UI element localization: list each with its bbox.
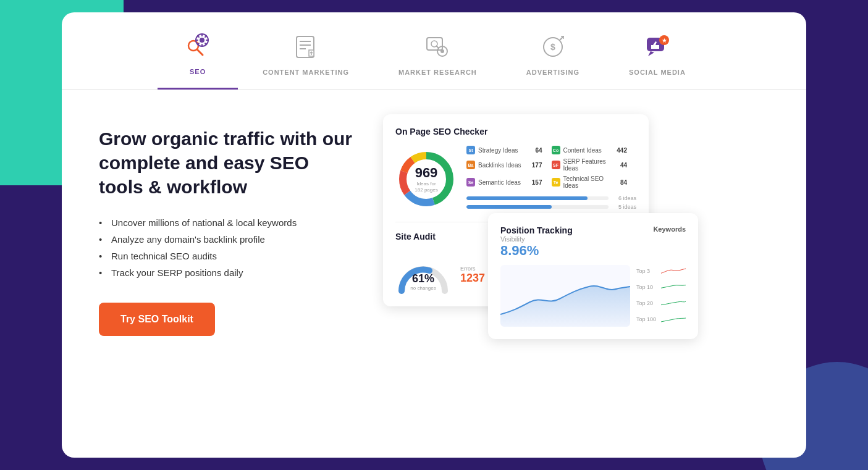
semantic-count: 157 <box>532 179 552 186</box>
pt-header: Position Tracking Visibility 8.96% Keywo… <box>500 225 686 259</box>
mini-label-top20: Top 20 <box>636 300 658 306</box>
mini-visual-top10 <box>661 281 686 293</box>
mini-visual-top20 <box>661 297 686 309</box>
errors-stat: Errors 1237 <box>460 266 485 285</box>
serp-count: 44 <box>620 162 636 169</box>
errors-label: Errors <box>460 266 485 272</box>
strategy-badge: St <box>466 146 475 154</box>
gauge-chart: 61% no changes <box>395 251 451 294</box>
semantic-badge: Se <box>466 178 475 187</box>
cta-button[interactable]: Try SEO Toolkit <box>99 303 215 336</box>
tab-bar: SEO CONTENT MARKETING <box>62 12 806 90</box>
gauge-sub: no changes <box>410 285 436 291</box>
tab-advertising[interactable]: $ ADVERTISING <box>502 31 604 88</box>
seo-icon <box>182 31 213 62</box>
prog-row-2: 5 ideas <box>466 204 636 210</box>
svg-rect-17 <box>651 45 653 49</box>
svg-text:$: $ <box>550 42 555 52</box>
progress-bars: 6 ideas 5 ideas <box>466 195 636 210</box>
mini-visual-top100 <box>661 313 686 325</box>
content-label: Content Ideas <box>563 147 602 154</box>
content-marketing-icon <box>290 31 321 62</box>
tab-advertising-label: ADVERTISING <box>526 69 579 76</box>
idea-semantic: Se Semantic Ideas 157 <box>466 178 552 187</box>
dashboard-panel: On Page SEO Checker <box>383 114 769 374</box>
ideas-row-1: St Strategy Ideas 64 Co Content Ideas 44… <box>466 146 636 154</box>
ideas-grid: St Strategy Ideas 64 Co Content Ideas 44… <box>466 146 636 212</box>
tab-seo-label: SEO <box>190 68 206 75</box>
errors-value: 1237 <box>460 272 485 285</box>
content-badge: Co <box>552 146 560 154</box>
pt-visibility-label: Visibility <box>500 235 573 243</box>
strategy-count: 64 <box>535 147 551 154</box>
donut-chart: 969 Ideas for182 pages <box>395 148 457 210</box>
mini-chart-top20: Top 20 <box>636 297 686 309</box>
tab-content-marketing-label: CONTENT MARKETING <box>263 69 349 76</box>
bullet-1: Uncover millions of national & local key… <box>99 214 358 231</box>
technical-count: 84 <box>620 179 636 186</box>
feature-list: Uncover millions of national & local key… <box>99 214 358 281</box>
idea-strategy: St Strategy Ideas 64 <box>466 146 552 154</box>
mini-label-top3: Top 3 <box>636 268 658 274</box>
pt-right: Keywords <box>653 225 686 233</box>
position-tracking-card: Position Tracking Visibility 8.96% Keywo… <box>488 213 698 339</box>
prog-bg-2 <box>466 205 609 209</box>
page-headline: Grow organic traffic with our complete a… <box>99 127 358 199</box>
mini-label-top10: Top 10 <box>636 284 658 290</box>
backlinks-label: Backlinks Ideas <box>478 162 521 169</box>
serp-label: SERP Features Ideas <box>563 158 617 172</box>
tab-seo[interactable]: SEO <box>158 31 238 90</box>
semantic-label: Semantic Ideas <box>478 179 521 186</box>
main-line-chart <box>500 265 630 327</box>
svg-text:★: ★ <box>661 37 667 44</box>
pt-left: Position Tracking Visibility 8.96% <box>500 225 573 259</box>
technical-badge: Te <box>552 178 560 187</box>
backlinks-badge: Ba <box>466 161 475 169</box>
social-media-icon: ★ <box>642 31 673 62</box>
tab-market-research[interactable]: MARKET RESEARCH <box>374 31 502 88</box>
svg-rect-9 <box>427 38 442 50</box>
backlinks-count: 177 <box>532 162 552 169</box>
tab-social-media-label: SOCIAL MEDIA <box>629 69 686 76</box>
mini-chart-top100: Top 100 <box>636 313 686 325</box>
donut-number: 969 <box>415 165 437 181</box>
gauge-number: 61% no changes <box>410 272 436 291</box>
mini-visual-top3 <box>661 265 686 277</box>
tab-market-research-label: MARKET RESEARCH <box>398 69 477 76</box>
mini-chart-top3: Top 3 <box>636 265 686 277</box>
prog-row-1: 6 ideas <box>466 195 636 201</box>
svg-point-3 <box>200 38 204 43</box>
strategy-label: Strategy Ideas <box>478 147 518 154</box>
prog-fill-2 <box>466 205 552 209</box>
prog-label-2: 5 ideas <box>612 204 636 210</box>
donut-center: 969 Ideas for182 pages <box>415 165 437 193</box>
left-panel: Grow organic traffic with our complete a… <box>99 114 358 336</box>
content-count: 442 <box>617 147 636 154</box>
mini-charts: Top 3 Top 10 <box>636 265 686 327</box>
chart-area: Top 3 Top 10 <box>500 265 686 327</box>
idea-technical: Te Technical SEO Ideas 84 <box>552 175 637 189</box>
main-card: SEO CONTENT MARKETING <box>62 12 806 458</box>
main-content: Grow organic traffic with our complete a… <box>62 90 806 398</box>
market-research-icon <box>422 31 453 62</box>
pt-title: Position Tracking <box>500 225 573 235</box>
ideas-row-3: Se Semantic Ideas 157 Te Technical SEO I… <box>466 175 636 189</box>
mini-label-top100: Top 100 <box>636 316 658 322</box>
svg-line-1 <box>197 49 203 55</box>
serp-badge: SF <box>552 161 560 169</box>
tab-social-media[interactable]: ★ SOCIAL MEDIA <box>604 31 710 88</box>
pt-keywords-label: Keywords <box>653 225 686 233</box>
svg-point-13 <box>440 49 444 53</box>
technical-label: Technical SEO Ideas <box>563 175 617 189</box>
seo-checker-title: On Page SEO Checker <box>395 127 636 136</box>
donut-label: Ideas for182 pages <box>415 181 437 193</box>
tab-content-marketing[interactable]: CONTENT MARKETING <box>238 31 374 88</box>
mini-chart-top10: Top 10 <box>636 281 686 293</box>
idea-serp: SF SERP Features Ideas 44 <box>552 158 637 172</box>
seo-checker-content: 969 Ideas for182 pages St Strategy Ideas… <box>395 146 636 212</box>
gauge-pct: 61% <box>412 272 434 285</box>
bullet-2: Analyze any domain's backlink profile <box>99 231 358 248</box>
pt-visibility-value: 8.96% <box>500 243 573 259</box>
idea-backlinks: Ba Backlinks Ideas 177 <box>466 161 552 169</box>
prog-label-1: 6 ideas <box>612 195 636 201</box>
